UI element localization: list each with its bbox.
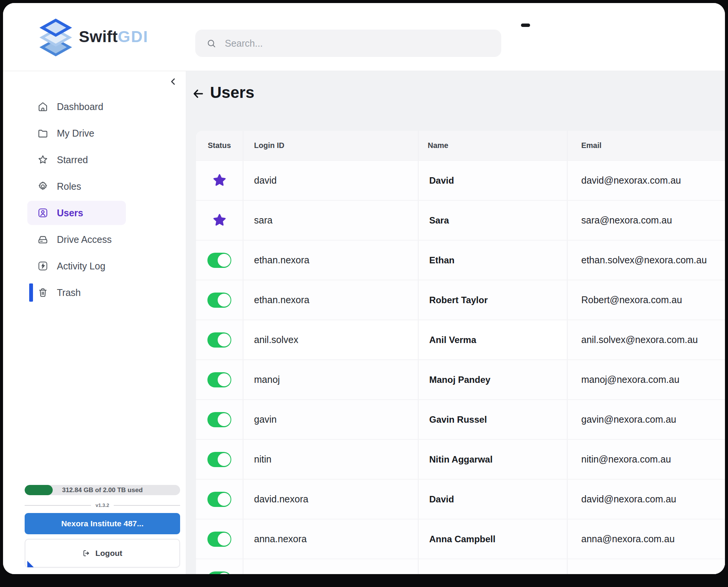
starred-status-icon[interactable] (211, 172, 228, 189)
column-header-status: Status (196, 131, 243, 160)
login-id-cell: david.nexora (243, 480, 418, 519)
status-cell (196, 559, 243, 574)
table-row: ethan.nexoraRobert TaylorRobert@nexora.c… (196, 280, 725, 319)
login-id-cell: nitin (243, 440, 418, 479)
window-dash-artifact (521, 24, 530, 27)
login-id-cell: anna.nexora (243, 519, 418, 559)
sidebar-item-my-drive[interactable]: My Drive (3, 120, 186, 146)
search-bar (195, 30, 501, 57)
email-cell: david@nexorax.com.au (567, 161, 725, 200)
name-cell: David (418, 161, 567, 200)
email-cell: anna@nexora.com.au (567, 519, 725, 559)
name-cell: David (418, 480, 567, 519)
star-icon (37, 154, 49, 165)
brand-name: SwiftGDI (79, 3, 149, 71)
status-toggle-on[interactable] (207, 332, 231, 348)
email-cell: sara@nexora.com.au (567, 559, 725, 574)
login-id-cell: sarah.nexora (243, 559, 418, 574)
status-toggle-on[interactable] (207, 571, 231, 574)
version-row: v1.3.2 (25, 502, 180, 508)
trash-icon (37, 287, 49, 298)
name-cell: Sarah Collins (418, 559, 567, 574)
back-button[interactable] (192, 87, 205, 100)
status-toggle-on[interactable] (207, 412, 231, 427)
sidebar-item-label: Dashboard (57, 101, 103, 112)
sidebar-item-label: Drive Access (57, 234, 111, 245)
logout-button[interactable]: Logout (25, 539, 180, 568)
table-row: anil.solvexAnil Vermaanil.solvex@nexora.… (196, 319, 725, 359)
email-cell: nitin@nexora.com.au (567, 440, 725, 479)
status-toggle-on[interactable] (207, 532, 231, 547)
status-cell (196, 161, 243, 200)
app-window: SwiftGDI DashboardMy DriveStarredRolesUs… (3, 3, 725, 574)
column-header-name: Name (418, 131, 567, 160)
login-id-cell: sara (243, 201, 418, 240)
sidebar-item-label: Roles (57, 181, 81, 192)
email-cell: gavin@nexora.com.au (567, 400, 725, 439)
email-cell: manoj@nexora.com.au (567, 360, 725, 399)
status-toggle-on[interactable] (207, 492, 231, 507)
sidebar-item-activity-log[interactable]: Activity Log (3, 253, 186, 279)
divider-line (25, 505, 91, 506)
login-id-cell: ethan.nexora (243, 280, 418, 319)
sidebar-item-trash[interactable]: Trash (3, 279, 186, 306)
status-cell (196, 360, 243, 399)
storage-usage-label: 312.84 GB of 2.00 TB used (25, 486, 180, 494)
status-cell (196, 241, 243, 280)
user-icon (37, 207, 49, 219)
sidebar-item-dashboard[interactable]: Dashboard (3, 93, 186, 120)
name-cell: Nitin Aggarwal (418, 440, 567, 479)
sidebar-item-starred[interactable]: Starred (3, 146, 186, 173)
name-cell: Anil Verma (418, 320, 567, 359)
gear-icon (37, 181, 49, 192)
status-toggle-on[interactable] (207, 293, 231, 308)
login-id-cell: anil.solvex (243, 320, 418, 359)
app-version-label: v1.3.2 (96, 502, 109, 508)
starred-status-icon[interactable] (211, 212, 228, 229)
brand-name-primary: Swift (79, 28, 118, 46)
org-button[interactable]: Nexora Institute 487... (25, 513, 180, 534)
search-input[interactable] (217, 38, 501, 49)
sidebar-item-users[interactable]: Users (3, 200, 186, 226)
status-cell (196, 400, 243, 439)
table-body: davidDaviddavid@nexorax.com.ausaraSarasa… (196, 160, 725, 574)
folder-icon (37, 127, 49, 139)
swiftgdi-logo-icon (35, 16, 77, 58)
email-cell: david@nexora.com.au (567, 480, 725, 519)
table-row: manojManoj Pandeymanoj@nexora.com.au (196, 359, 725, 399)
divider-line (114, 505, 180, 506)
home-icon (37, 101, 49, 112)
name-cell: Manoj Pandey (418, 360, 567, 399)
column-header-email: Email (567, 131, 725, 160)
login-id-cell: david (243, 161, 418, 200)
column-header-login-id: Login ID (243, 131, 418, 160)
login-id-cell: ethan.nexora (243, 241, 418, 280)
status-toggle-on[interactable] (207, 452, 231, 467)
status-cell (196, 320, 243, 359)
table-row: davidDaviddavid@nexorax.com.au (196, 160, 725, 200)
sidebar-item-label: Trash (57, 287, 81, 298)
email-cell: Robert@nexora.com.au (567, 280, 725, 319)
drive-icon (37, 234, 49, 245)
table-row: david.nexoraDaviddavid@nexora.com.au (196, 479, 725, 519)
logout-label: Logout (95, 549, 122, 558)
sidebar-item-label: Activity Log (57, 261, 105, 272)
table-row: sarah.nexoraSarah Collinssara@nexora.com… (196, 559, 725, 574)
app-header: SwiftGDI (3, 3, 725, 71)
name-cell: Sara (418, 201, 567, 240)
sidebar-item-label: Users (57, 208, 83, 219)
table-row: nitinNitin Aggarwalnitin@nexora.com.au (196, 439, 725, 479)
email-cell: ethan.solvex@nexora.com.au (567, 241, 725, 280)
name-cell: Anna Campbell (418, 519, 567, 559)
table-row: ethan.nexoraEthanethan.solvex@nexora.com… (196, 240, 725, 280)
status-toggle-on[interactable] (207, 372, 231, 387)
sidebar-item-label: Starred (57, 154, 88, 165)
active-indicator-bar (29, 283, 33, 302)
sidebar-item-drive-access[interactable]: Drive Access (3, 226, 186, 253)
sidebar-collapse-button[interactable] (168, 77, 178, 87)
page-title: Users (210, 83, 254, 102)
status-toggle-on[interactable] (207, 253, 231, 268)
email-cell: sara@nexora.com.au (567, 201, 725, 240)
sidebar-item-roles[interactable]: Roles (3, 173, 186, 200)
name-cell: Ethan (418, 241, 567, 280)
